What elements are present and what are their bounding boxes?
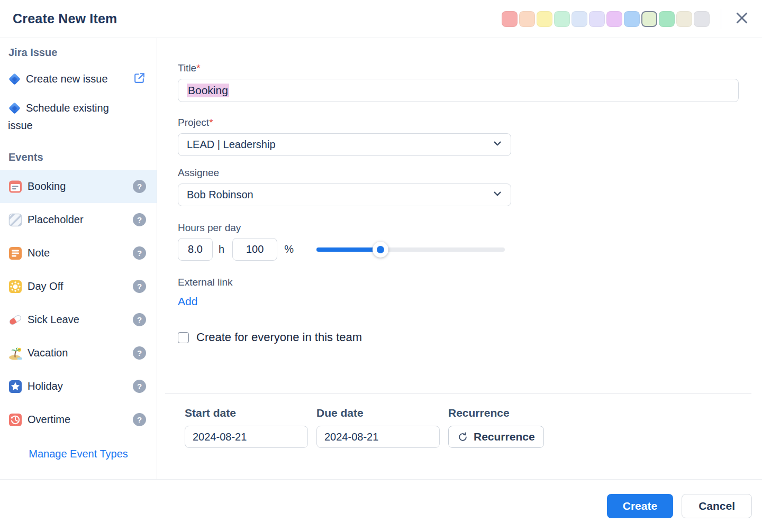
sidebar-item-label: Create new issue [26, 73, 108, 85]
sidebar: Jira Issue Create new issueSchedule exis… [0, 38, 157, 479]
dates-separator [165, 393, 751, 394]
hours-unit-label: h [219, 243, 224, 255]
event-label: Holiday [28, 380, 133, 392]
title-input[interactable]: Booking [178, 79, 739, 102]
required-mark: * [196, 62, 200, 74]
modal-header: Create New Item [0, 0, 762, 38]
sidebar-item-placeholder[interactable]: Placeholder? [0, 203, 157, 236]
note-icon [8, 246, 22, 260]
events-section-title: Events [0, 151, 157, 163]
add-external-link[interactable]: Add [178, 295, 197, 308]
color-swatch[interactable] [554, 11, 570, 27]
sidebar-item-schedule-existing-issue[interactable]: Schedule existing issue [0, 99, 157, 134]
sidebar-item-note[interactable]: Note? [0, 236, 157, 270]
slider-handle[interactable] [373, 242, 388, 258]
event-label: Vacation [28, 347, 133, 359]
required-mark: * [209, 117, 213, 128]
help-icon[interactable]: ? [133, 246, 146, 260]
event-label: Overtime [28, 414, 133, 426]
sickleave-icon [8, 313, 22, 327]
help-icon[interactable]: ? [133, 413, 146, 426]
external-link-icon[interactable] [133, 71, 146, 85]
jira-section-title: Jira Issue [0, 47, 157, 59]
vacation-icon [8, 346, 22, 360]
hours-slider[interactable] [316, 242, 505, 258]
assignee-label: Assignee [178, 167, 739, 179]
due-date-input[interactable]: 2024-08-21 [316, 426, 440, 448]
slider-fill [316, 247, 380, 252]
start-date-label: Start date [185, 407, 308, 419]
external-link-label: External link [178, 277, 739, 288]
main-form: Title* Booking Project* LEAD | Leadershi… [157, 38, 762, 479]
close-icon [734, 10, 750, 27]
due-date-label: Due date [316, 407, 440, 419]
event-label: Sick Leave [28, 314, 133, 326]
color-swatch[interactable] [537, 11, 552, 27]
sidebar-item-vacation[interactable]: Vacation? [0, 336, 157, 370]
percent-input[interactable]: 100 [232, 238, 277, 261]
title-label: Title* [178, 62, 739, 74]
color-swatch[interactable] [606, 11, 622, 27]
team-checkbox-label: Create for everyone in this team [196, 331, 362, 344]
color-swatch[interactable] [624, 11, 640, 27]
recurrence-label: Recurrence [448, 407, 544, 419]
assignee-select[interactable]: Bob Robinson [178, 184, 511, 206]
create-button[interactable]: Create [607, 494, 673, 518]
color-swatch[interactable] [572, 11, 587, 27]
cancel-button[interactable]: Cancel [682, 494, 752, 518]
color-swatch[interactable] [659, 11, 675, 27]
sidebar-item-sick-leave[interactable]: Sick Leave? [0, 303, 157, 336]
help-icon[interactable]: ? [133, 180, 146, 193]
dayoff-icon [8, 280, 22, 293]
project-select-value: LEAD | Leadership [187, 139, 492, 151]
recurrence-icon [457, 432, 468, 443]
sidebar-item-holiday[interactable]: Holiday? [0, 370, 157, 403]
help-icon[interactable]: ? [133, 280, 146, 293]
page-title: Create New Item [13, 11, 117, 26]
create-new-item-modal: Create New Item Jira Issue Create new is… [0, 0, 762, 532]
help-icon[interactable]: ? [133, 213, 146, 226]
color-swatch[interactable] [676, 11, 692, 27]
color-swatch[interactable] [589, 11, 605, 27]
team-checkbox[interactable] [178, 332, 189, 343]
percent-unit-label: % [284, 243, 294, 255]
sidebar-item-day-off[interactable]: Day Off? [0, 270, 157, 303]
color-swatch[interactable] [694, 11, 710, 27]
sidebar-item-booking[interactable]: Booking? [0, 170, 157, 203]
holiday-icon [8, 380, 22, 393]
chevron-down-icon [492, 137, 503, 152]
event-label: Day Off [28, 280, 133, 292]
manage-event-types-link[interactable]: Manage Event Types [0, 448, 157, 460]
close-button[interactable] [732, 10, 751, 29]
header-divider [721, 9, 721, 29]
slider-dot [377, 246, 384, 253]
sidebar-item-label: Schedule existing issue [8, 102, 109, 131]
sidebar-item-overtime[interactable]: Overtime? [0, 403, 157, 436]
hours-input[interactable]: 8.0 [178, 238, 213, 261]
overtime-icon [8, 413, 22, 427]
recurrence-button-label: Recurrence [474, 430, 535, 443]
team-checkbox-row[interactable]: Create for everyone in this team [178, 331, 739, 344]
hours-per-day-label: Hours per day [178, 222, 739, 234]
chevron-down-icon [492, 188, 503, 202]
placeholder-icon [8, 213, 22, 227]
color-swatch[interactable] [502, 11, 518, 27]
jira-icon [8, 72, 21, 86]
title-input-value: Booking [187, 84, 229, 97]
sidebar-item-create-new-issue[interactable]: Create new issue [0, 70, 157, 88]
project-select[interactable]: LEAD | Leadership [178, 133, 511, 156]
booking-icon [8, 180, 22, 194]
help-icon[interactable]: ? [133, 346, 146, 360]
help-icon[interactable]: ? [133, 313, 146, 326]
event-label: Booking [28, 180, 133, 192]
modal-footer: Create Cancel [0, 479, 762, 532]
help-icon[interactable]: ? [133, 380, 146, 393]
color-swatch[interactable] [519, 11, 535, 27]
event-label: Note [28, 247, 133, 259]
recurrence-button[interactable]: Recurrence [448, 426, 544, 448]
color-swatches [502, 11, 710, 27]
event-label: Placeholder [28, 214, 133, 226]
start-date-input[interactable]: 2024-08-21 [185, 426, 308, 448]
project-label: Project* [178, 117, 739, 129]
color-swatch-selected[interactable] [641, 11, 657, 27]
